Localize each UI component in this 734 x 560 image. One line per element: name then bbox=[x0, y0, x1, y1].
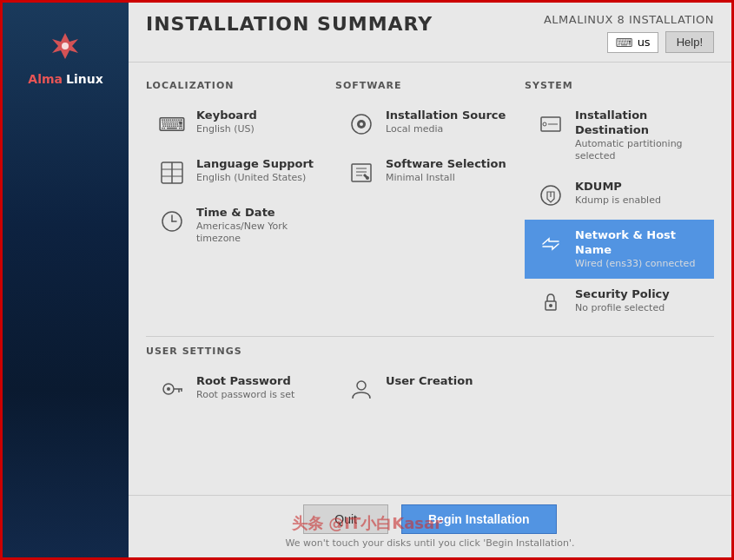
svg-point-10 bbox=[360, 122, 363, 126]
software-section: SOFTWARE Insta bbox=[335, 76, 525, 327]
network-title: Network & Host Name bbox=[575, 228, 704, 258]
software-selection-title: Software Selection bbox=[386, 157, 506, 172]
help-button[interactable]: Help! bbox=[665, 31, 714, 53]
destination-icon bbox=[535, 109, 566, 140]
keyboard-input[interactable]: ⌨ us bbox=[607, 32, 658, 53]
root-icon bbox=[156, 374, 188, 405]
time-item[interactable]: Time & Date Americas/New York timezone bbox=[146, 197, 335, 254]
language-title: Language Support bbox=[196, 157, 314, 172]
network-sub: Wired (ens33) connected bbox=[575, 258, 704, 270]
destination-sub: Automatic partitioning selected bbox=[575, 138, 704, 163]
content-area: INSTALLATION SUMMARY ALMALINUX 8 INSTALL… bbox=[129, 3, 731, 557]
user-icon bbox=[346, 374, 377, 405]
footer-note: We won't touch your disks until you clic… bbox=[285, 537, 574, 549]
source-title: Installation Source bbox=[386, 109, 506, 123]
keyboard-icon: ⌨ bbox=[615, 36, 632, 49]
svg-point-0 bbox=[62, 43, 69, 49]
time-icon bbox=[156, 206, 188, 237]
root-title: Root Password bbox=[196, 374, 294, 389]
user-settings-section: USER SETTINGS bbox=[146, 346, 714, 414]
user-settings-label: USER SETTINGS bbox=[146, 346, 714, 357]
system-label: SYSTEM bbox=[525, 80, 714, 91]
source-icon bbox=[346, 109, 377, 140]
language-item[interactable]: Language Support English (United States) bbox=[146, 148, 335, 197]
almalinux-label: ALMALINUX 8 INSTALLATION bbox=[544, 13, 714, 26]
localization-section: LOCALIZATION ⌨ Keyboard English (US) bbox=[146, 76, 335, 327]
user-creation-item[interactable]: User Creation bbox=[335, 366, 525, 414]
software-selection-icon bbox=[346, 157, 377, 188]
language-sub: English (United States) bbox=[196, 172, 314, 184]
header-controls: ⌨ us Help! bbox=[607, 31, 714, 53]
kdump-sub: Kdump is enabled bbox=[575, 194, 661, 207]
network-icon bbox=[535, 228, 566, 260]
svg-point-28 bbox=[357, 381, 366, 390]
installation-source-item[interactable]: Installation Source Local media bbox=[335, 100, 525, 148]
kdump-icon bbox=[535, 180, 566, 211]
page-title: INSTALLATION SUMMARY bbox=[146, 13, 433, 35]
security-sub: No profile selected bbox=[575, 302, 670, 314]
time-sub: Americas/New York timezone bbox=[196, 221, 325, 246]
main-body: LOCALIZATION ⌨ Keyboard English (US) bbox=[129, 63, 731, 495]
software-selection-item[interactable]: Software Selection Minimal Install bbox=[335, 148, 525, 197]
keyboard-title: Keyboard bbox=[196, 109, 257, 123]
time-title: Time & Date bbox=[196, 206, 325, 221]
svg-point-24 bbox=[167, 387, 170, 391]
security-item[interactable]: Security Policy No profile selected bbox=[525, 279, 714, 327]
software-label: SOFTWARE bbox=[335, 80, 525, 91]
root-sub: Root password is set bbox=[196, 389, 294, 401]
localization-label: LOCALIZATION bbox=[146, 80, 335, 91]
logo-alma: Alma bbox=[28, 72, 63, 86]
system-section: SYSTEM Install bbox=[525, 76, 714, 327]
destination-item[interactable]: Installation Destination Automatic parti… bbox=[525, 100, 714, 171]
destination-title: Installation Destination bbox=[575, 109, 704, 138]
user-title: User Creation bbox=[386, 374, 473, 389]
header-right: ALMALINUX 8 INSTALLATION ⌨ us Help! bbox=[544, 13, 714, 53]
kdump-item[interactable]: KDUMP Kdump is enabled bbox=[525, 171, 714, 220]
security-title: Security Policy bbox=[575, 287, 670, 302]
section-divider bbox=[146, 336, 714, 337]
almalinux-logo bbox=[43, 24, 87, 68]
footer-buttons: Quit Begin Installation bbox=[303, 504, 556, 534]
keyboard-item[interactable]: ⌨ Keyboard English (US) bbox=[146, 100, 335, 148]
language-icon bbox=[156, 157, 188, 188]
keyboard-value: us bbox=[638, 36, 651, 49]
source-sub: Local media bbox=[386, 123, 506, 135]
footer: Quit Begin Installation We won't touch y… bbox=[129, 495, 731, 557]
network-item[interactable]: Network & Host Name Wired (ens33) connec… bbox=[525, 220, 714, 279]
begin-installation-button[interactable]: Begin Installation bbox=[401, 504, 557, 534]
logo-linux: Linux bbox=[66, 72, 103, 86]
quit-button[interactable]: Quit bbox=[303, 504, 388, 534]
keyboard-sub: English (US) bbox=[196, 123, 257, 135]
keyboard-icon-item: ⌨ bbox=[156, 109, 188, 140]
svg-point-22 bbox=[549, 304, 552, 307]
root-password-item[interactable]: Root Password Root password is set bbox=[146, 366, 335, 414]
security-icon bbox=[535, 287, 566, 319]
header: INSTALLATION SUMMARY ALMALINUX 8 INSTALL… bbox=[129, 3, 731, 63]
software-selection-sub: Minimal Install bbox=[386, 172, 506, 184]
svg-point-15 bbox=[366, 176, 369, 180]
logo-area: Alma Linux bbox=[19, 16, 111, 95]
kdump-title: KDUMP bbox=[575, 180, 661, 194]
svg-point-17 bbox=[543, 122, 546, 126]
sidebar: Alma Linux bbox=[3, 3, 129, 557]
